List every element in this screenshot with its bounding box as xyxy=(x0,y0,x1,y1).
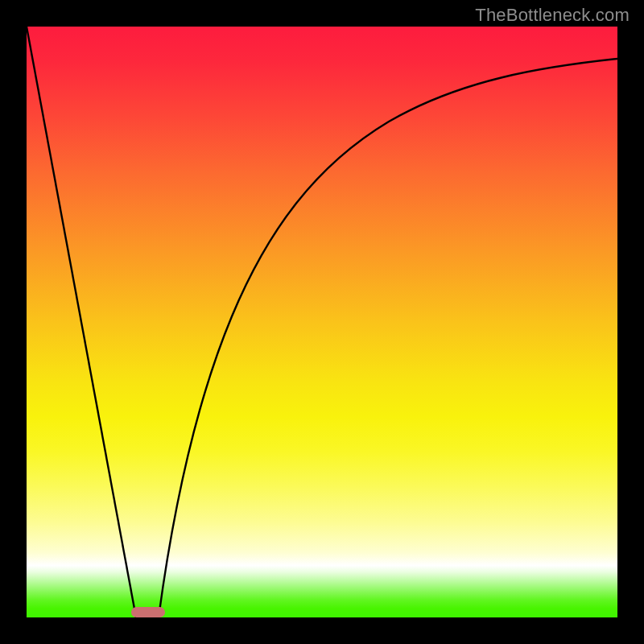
chart-frame: TheBottleneck.com xyxy=(0,0,644,644)
right-curve xyxy=(159,59,617,617)
left-line xyxy=(27,27,136,617)
watermark-text: TheBottleneck.com xyxy=(475,5,630,26)
curve-overlay xyxy=(27,27,617,617)
bottleneck-marker xyxy=(131,607,165,617)
plot-area xyxy=(27,27,617,617)
